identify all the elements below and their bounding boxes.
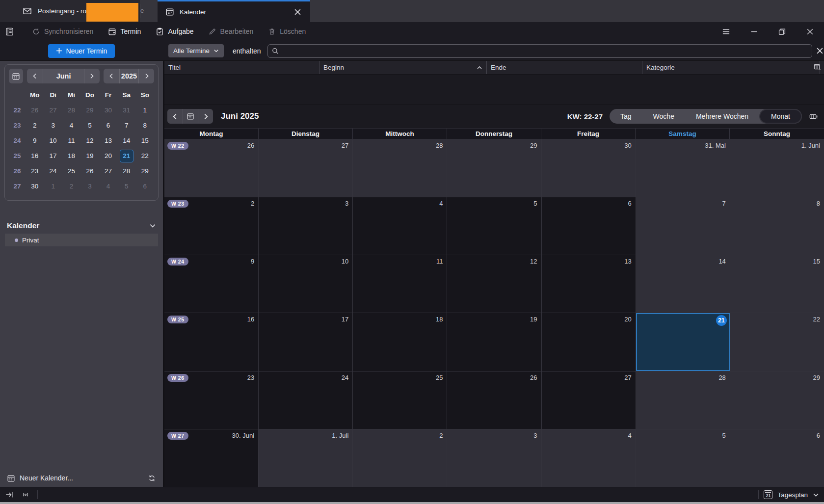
mini-day[interactable]: 16 (26, 148, 44, 163)
mini-day[interactable]: 30 (26, 179, 44, 194)
new-event-toolbar-button[interactable]: Termin (108, 27, 141, 36)
week-number-badge[interactable]: W 24 (167, 258, 188, 265)
tab-close-icon[interactable] (292, 6, 303, 18)
day-cell[interactable]: 17 (259, 313, 352, 371)
mini-day[interactable]: 9 (26, 133, 44, 148)
mini-day[interactable]: 25 (62, 163, 80, 179)
mini-day[interactable]: 29 (136, 163, 154, 179)
mini-day[interactable]: 8 (136, 118, 154, 133)
next-period-icon[interactable] (198, 109, 213, 124)
prev-month-icon[interactable] (27, 69, 43, 83)
mini-day[interactable]: 3 (80, 179, 99, 194)
chevron-down-icon[interactable] (813, 492, 819, 498)
day-cell[interactable]: 6 (542, 197, 636, 255)
day-cell[interactable]: 29 (447, 139, 541, 197)
mini-day[interactable]: 30 (99, 103, 117, 118)
mini-day[interactable]: 23 (26, 163, 44, 179)
prev-year-icon[interactable] (104, 69, 119, 83)
mini-day[interactable]: 22 (136, 148, 154, 163)
mini-day[interactable]: 12 (80, 133, 99, 148)
app-menu-icon[interactable] (712, 22, 740, 41)
mini-day[interactable]: 14 (117, 133, 135, 148)
mini-day[interactable]: 7 (117, 118, 135, 133)
refresh-icon[interactable] (148, 474, 156, 482)
day-cell[interactable]: 13 (542, 255, 636, 313)
day-cell[interactable]: 20 (542, 313, 636, 371)
view-monat-button[interactable]: Monat (759, 109, 802, 124)
day-cell[interactable]: 30 (542, 139, 636, 197)
mini-day[interactable]: 27 (99, 163, 117, 179)
mini-day-selected[interactable]: 21 (117, 148, 135, 163)
calendar-item-privat[interactable]: Privat (5, 234, 158, 246)
day-cell[interactable]: 2 (353, 429, 447, 487)
broadcast-icon[interactable] (21, 490, 30, 500)
day-cell[interactable]: 1. Juni (730, 139, 824, 197)
view-woche-button[interactable]: Woche (642, 109, 685, 124)
mini-day[interactable]: 13 (99, 133, 117, 148)
day-cell[interactable]: 19 (447, 313, 541, 371)
mini-day[interactable]: 28 (117, 163, 135, 179)
day-cell[interactable]: W 232 (164, 197, 258, 255)
minimize-icon[interactable] (740, 22, 768, 41)
day-cell[interactable]: 27 (542, 371, 636, 429)
mini-day[interactable]: 10 (44, 133, 62, 148)
week-number-badge[interactable]: W 27 (167, 432, 188, 440)
day-cell[interactable]: 4 (353, 197, 447, 255)
mini-day[interactable]: 19 (80, 148, 99, 163)
mini-day[interactable]: 29 (80, 103, 99, 118)
day-cell[interactable]: 6 (730, 429, 824, 487)
mini-calendar-today-button[interactable] (9, 69, 23, 83)
mini-day[interactable]: 6 (99, 118, 117, 133)
clear-search-icon[interactable] (816, 47, 824, 54)
list-column-kategorie[interactable]: Kategorie (642, 61, 820, 74)
column-picker-icon[interactable] (814, 63, 821, 71)
list-column-titel[interactable]: Titel (164, 61, 319, 74)
event-search-field[interactable] (267, 44, 812, 58)
new-task-button[interactable]: Aufgabe (156, 27, 193, 36)
day-cell[interactable]: 3 (259, 197, 352, 255)
mini-day[interactable]: 5 (80, 118, 99, 133)
next-year-icon[interactable] (138, 69, 154, 83)
week-number-badge[interactable]: W 25 (167, 316, 188, 323)
tab-calendar[interactable]: Kalender (158, 0, 310, 22)
mini-day[interactable]: 3 (44, 118, 62, 133)
mini-day[interactable]: 26 (26, 103, 44, 118)
mini-day[interactable]: 1 (136, 103, 154, 118)
mini-day[interactable]: 28 (62, 103, 80, 118)
day-cell[interactable]: 27 (259, 139, 352, 197)
day-cell[interactable]: 3 (447, 429, 541, 487)
mini-day[interactable]: 4 (99, 179, 117, 194)
mini-day[interactable]: 4 (62, 118, 80, 133)
day-cell[interactable]: 14 (636, 255, 730, 313)
prev-period-icon[interactable] (167, 109, 183, 124)
day-cell[interactable]: W 2623 (164, 371, 258, 429)
mini-day[interactable]: 2 (62, 179, 80, 194)
mini-day[interactable]: 17 (44, 148, 62, 163)
day-cell[interactable]: 28 (353, 139, 447, 197)
list-column-beginn[interactable]: Beginn (319, 61, 487, 74)
mini-day[interactable]: 5 (117, 179, 135, 194)
next-month-icon[interactable] (84, 69, 100, 83)
day-cell[interactable]: 18 (353, 313, 447, 371)
day-cell[interactable]: 12 (447, 255, 541, 313)
day-cell[interactable]: W 2730. Juni (164, 429, 258, 487)
week-number-badge[interactable]: W 23 (167, 200, 188, 208)
mini-day[interactable]: 1 (44, 179, 62, 194)
folder-pane-toggle-icon[interactable] (5, 27, 14, 36)
view-tag-button[interactable]: Tag (610, 109, 642, 124)
day-cell[interactable]: 10 (259, 255, 352, 313)
day-cell[interactable]: 5 (636, 429, 730, 487)
collapse-pane-icon[interactable] (5, 490, 14, 499)
mini-day[interactable]: 6 (136, 179, 154, 194)
search-input[interactable] (282, 47, 808, 54)
day-cell[interactable]: 8 (730, 197, 824, 255)
mini-day[interactable]: 11 (62, 133, 80, 148)
day-cell[interactable]: 4 (542, 429, 636, 487)
chevron-down-icon[interactable] (149, 222, 156, 229)
week-number-badge[interactable]: W 22 (167, 142, 188, 150)
mini-day[interactable]: 24 (44, 163, 62, 179)
mini-day[interactable]: 27 (44, 103, 62, 118)
day-cell[interactable]: 29 (730, 371, 824, 429)
day-cell[interactable]: 31. Mai (636, 139, 730, 197)
day-cell[interactable]: 15 (730, 255, 824, 313)
